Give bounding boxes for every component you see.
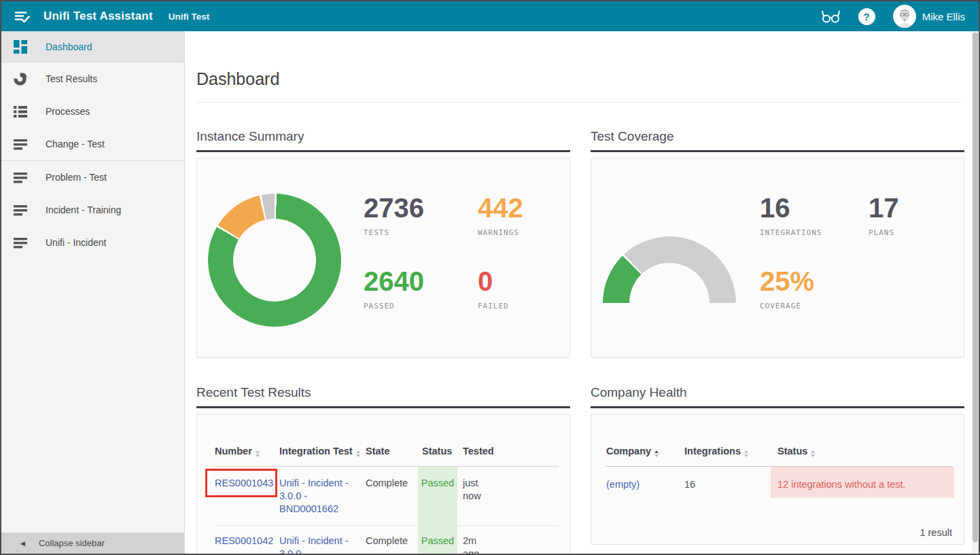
sidebar-item-label: Change - Test (46, 139, 105, 149)
instance-summary-card: 2736 TESTS 442 WARNINGS 2640 PASSED 0 FA… (196, 158, 570, 358)
sort-caret[interactable] (256, 450, 260, 457)
stat-failed: 0 FAILED (478, 267, 509, 310)
column-header-number[interactable]: Number (215, 446, 260, 457)
page-divider (196, 102, 962, 103)
sort-caret[interactable] (654, 450, 659, 457)
sidebar-item-processes[interactable]: Processes (1, 95, 184, 128)
dashboard-icon (14, 40, 27, 54)
integration-test-link[interactable]: Unifi - Incident - 3.0.0 - BND0001662 (279, 477, 357, 516)
coverage-gauge (603, 236, 736, 303)
glasses-icon[interactable] (819, 8, 842, 24)
column-header-integration-test[interactable]: Integration Test (279, 446, 360, 457)
column-header-tested[interactable]: Tested (463, 446, 494, 456)
lines-icon (14, 171, 27, 184)
annotation-highlight-box (205, 469, 277, 497)
collapse-sidebar-button[interactable]: ◀ Collapse sidebar (1, 533, 184, 554)
sidebar-item-unifi-incident[interactable]: Unifi - Incident (1, 226, 184, 259)
collapse-arrow-icon: ◀ (20, 540, 25, 547)
menu-check-icon[interactable] (13, 7, 32, 26)
top-bar: Unifi Test Assistant Unifi Test ? (1, 1, 979, 31)
instance-summary-donut (208, 194, 341, 327)
status-cell: Passed (418, 535, 457, 548)
topbar-actions: ? Mike Ellis (819, 5, 965, 28)
stat-passed: 2640 PASSED (364, 267, 424, 310)
donut-hole (233, 219, 316, 302)
collapse-sidebar-label: Collapse sidebar (39, 538, 105, 548)
list-icon (14, 105, 27, 118)
sidebar-item-label: Problem - Test (46, 172, 107, 183)
health-status-cell: 12 integrations without a test. (777, 478, 906, 491)
stat-warnings: 442 WARNINGS (478, 194, 523, 237)
lines-icon (14, 203, 27, 217)
pie-chart-icon (14, 72, 27, 86)
sort-caret[interactable] (356, 450, 360, 457)
company-link[interactable]: (empty) (606, 478, 640, 491)
sort-caret[interactable] (744, 450, 748, 457)
stat-plans: 17 PLANS (869, 194, 899, 237)
integration-test-link[interactable]: Unifi - Incident - 3.0.0 - (279, 535, 357, 555)
scrollbar-track[interactable] (972, 31, 979, 554)
test-coverage-title: Test Coverage (591, 129, 964, 152)
sidebar-item-dashboard[interactable]: Dashboard (1, 31, 184, 62)
sidebar-item-change-test[interactable]: Change - Test (1, 128, 184, 160)
sidebar-item-label: Unifi - Incident (46, 237, 106, 248)
result-number-link[interactable]: RES0001042 (215, 535, 273, 548)
column-header-company[interactable]: Company (606, 446, 659, 457)
sidebar: Dashboard Test Results Processes (1, 31, 185, 554)
stat-coverage: 25% COVERAGE (760, 267, 814, 310)
sidebar-item-test-results[interactable]: Test Results (1, 62, 184, 95)
state-cell: Complete (366, 477, 408, 490)
instance-name: Unifi Test (169, 12, 210, 22)
column-header-integrations[interactable]: Integrations (684, 446, 748, 457)
tested-cell: just now (463, 477, 493, 503)
sidebar-item-label: Test Results (46, 73, 97, 84)
help-icon[interactable]: ? (858, 8, 875, 25)
sort-caret[interactable] (811, 450, 815, 457)
scrollbar-thumb[interactable] (973, 33, 978, 542)
column-header-state[interactable]: State (366, 446, 389, 456)
column-header-status[interactable]: Status (422, 446, 452, 456)
result-count: 1 result (920, 527, 952, 538)
company-health-card: Company Integrations Status (empty) 16 1… (591, 414, 964, 545)
sidebar-item-problem-test[interactable]: Problem - Test (1, 161, 184, 194)
sidebar-item-label: Incident - Training (46, 204, 121, 215)
lines-icon (14, 236, 27, 249)
sidebar-item-incident-training[interactable]: Incident - Training (1, 194, 184, 226)
stat-tests: 2736 TESTS (364, 194, 424, 237)
main-content: Dashboard Instance Summary 2736 TESTS 44… (185, 31, 979, 554)
app-title: Unifi Test Assistant (43, 10, 153, 23)
column-header-status[interactable]: Status (777, 446, 815, 457)
state-cell: Complete (366, 535, 408, 548)
test-coverage-card: 16 INTEGRATIONS 17 PLANS 25% COVERAGE (591, 158, 964, 358)
row-divider (215, 525, 559, 526)
recent-results-card: Number Integration Test State Status Tes… (196, 414, 570, 555)
sidebar-item-label: Dashboard (46, 41, 92, 52)
sidebar-item-label: Processes (46, 106, 90, 117)
stat-integrations: 16 INTEGRATIONS (760, 194, 822, 237)
recent-results-title: Recent Test Results (196, 385, 570, 408)
tested-cell: 2m ago (463, 535, 493, 555)
avatar[interactable] (893, 5, 916, 28)
app-window: Unifi Test Assistant Unifi Test ? (0, 0, 980, 555)
status-cell: Passed (418, 477, 457, 490)
user-name[interactable]: Mike Ellis (922, 11, 965, 22)
header-divider (215, 466, 559, 467)
integrations-cell: 16 (684, 478, 695, 491)
page-title: Dashboard (196, 69, 279, 89)
lines-icon (14, 137, 27, 151)
instance-summary-title: Instance Summary (196, 129, 570, 152)
company-health-title: Company Health (591, 385, 964, 408)
